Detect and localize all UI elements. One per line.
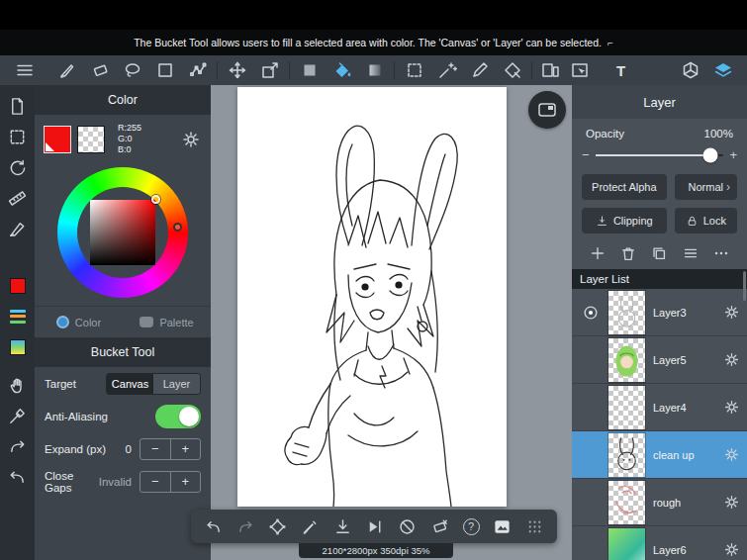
layer-settings-button[interactable] — [715, 351, 747, 368]
next-frame-icon[interactable] — [365, 517, 384, 536]
tab-color[interactable]: Color — [35, 307, 123, 337]
rgb-b: B:0 — [118, 144, 173, 155]
target-segmented-control: Canvas Layer — [106, 373, 201, 395]
redo-icon[interactable] — [236, 517, 255, 536]
close-gaps-plus-button[interactable]: + — [171, 472, 201, 492]
expand-minus-button[interactable]: − — [140, 439, 170, 459]
polyline-tool-button[interactable] — [181, 55, 214, 85]
magic-wand-button[interactable] — [430, 55, 463, 85]
gradient-tool-button[interactable] — [358, 55, 391, 85]
color-panel-header: Color — [35, 85, 211, 115]
new-file-button[interactable] — [0, 91, 35, 122]
blend-mode-button[interactable]: Normal› — [675, 174, 737, 200]
drag-handle-icon[interactable] — [525, 517, 544, 536]
canvas-size-text: 2100*2800px 350dpi 35% — [323, 545, 430, 556]
layer-row-layer5[interactable]: Layer5 — [572, 336, 747, 384]
ruler-button[interactable] — [0, 183, 35, 214]
opacity-plus-button[interactable]: + — [729, 147, 737, 162]
reset-view-button[interactable] — [0, 152, 35, 183]
menu-button[interactable] — [8, 55, 41, 85]
undo-icon[interactable] — [204, 517, 223, 536]
shape-tool-button[interactable] — [148, 55, 181, 85]
layer-row-layer3[interactable]: Layer3 — [572, 289, 747, 336]
split-view-button[interactable] — [535, 55, 565, 85]
delete-layer-icon[interactable] — [619, 244, 637, 262]
draw-disabled-icon[interactable] — [398, 517, 417, 536]
lasso-tool-button[interactable] — [116, 55, 148, 85]
layer-row-layer6[interactable]: Layer6 — [572, 526, 747, 560]
duplicate-layer-icon[interactable] — [650, 244, 668, 262]
hue-marker[interactable] — [173, 223, 182, 232]
marquee-select-button[interactable] — [398, 55, 430, 85]
material-brush-button[interactable] — [0, 214, 35, 244]
window-select-button[interactable] — [565, 55, 595, 85]
tab-palette[interactable]: Palette — [123, 307, 211, 337]
transform-tool-button[interactable] — [253, 55, 286, 85]
lock-button[interactable]: Lock — [675, 208, 737, 233]
layer-row-layer4[interactable]: Layer4 — [572, 384, 747, 431]
canvas-document[interactable] — [237, 87, 507, 507]
expand-plus-button[interactable]: + — [171, 439, 201, 459]
more-options-icon[interactable] — [712, 244, 730, 262]
opacity-minus-button[interactable]: − — [582, 147, 590, 162]
canvas-area[interactable] — [211, 85, 572, 560]
bucket-tool-button[interactable] — [326, 55, 358, 85]
target-canvas-option[interactable]: Canvas — [107, 374, 153, 394]
sv-marker[interactable] — [151, 195, 160, 204]
rgb-readout: R:255 G:0 B:0 — [112, 123, 173, 155]
transform-handles-icon[interactable] — [268, 517, 287, 536]
anti-aliasing-toggle[interactable] — [155, 405, 201, 428]
app-window: The Bucket Tool allows users to fill a s… — [0, 0, 747, 560]
text-tool-button[interactable]: T — [605, 55, 637, 85]
layer-list-scrollbar[interactable] — [743, 271, 746, 301]
import-image-icon[interactable] — [333, 517, 352, 536]
clipping-button[interactable]: Clipping — [582, 208, 667, 233]
select-eraser-button[interactable] — [496, 55, 528, 85]
material-panel-button[interactable] — [674, 55, 706, 85]
layer-panel-button[interactable] — [706, 55, 739, 85]
pen-icon[interactable] — [301, 517, 320, 536]
gradient-set-button[interactable] — [0, 331, 35, 362]
left-panel-column: Color R:255 G:0 B:0 Color Palette — [35, 85, 211, 560]
select-pen-button[interactable] — [463, 55, 496, 85]
canvas-preview-button[interactable] — [528, 91, 566, 129]
target-layer-option[interactable]: Layer — [153, 374, 200, 394]
layer-list-view-icon[interactable] — [682, 244, 700, 262]
current-color-button[interactable] — [0, 270, 35, 301]
saturation-value-square[interactable] — [90, 200, 155, 265]
color-settings-gear-icon[interactable] — [181, 130, 201, 149]
color-wheel[interactable] — [57, 167, 188, 298]
gradient-swatch-icon — [10, 339, 26, 355]
help-button[interactable]: ? — [463, 518, 480, 535]
foreground-color-swatch[interactable] — [45, 127, 70, 152]
undo-button[interactable] — [0, 462, 35, 493]
protect-alpha-button[interactable]: Protect Alpha — [582, 174, 667, 200]
layer-settings-button[interactable] — [715, 446, 747, 463]
background-color-swatch[interactable] — [78, 127, 104, 152]
notification-dismiss-icon[interactable]: ⌐ — [607, 38, 613, 48]
clear-layer-icon[interactable] — [430, 517, 449, 536]
layer-settings-button[interactable] — [715, 399, 747, 416]
move-tool-button[interactable] — [221, 55, 253, 85]
eyedropper-button[interactable] — [0, 401, 35, 431]
hand-tool-button[interactable] — [0, 370, 35, 401]
select-area-button[interactable] — [0, 122, 35, 152]
add-layer-icon[interactable] — [589, 244, 607, 262]
brush-tool-button[interactable] — [50, 55, 83, 85]
layer-visibility-toggle[interactable] — [572, 304, 608, 322]
opacity-slider[interactable] — [596, 154, 724, 156]
opacity-slider-knob[interactable] — [703, 147, 718, 162]
color-set-button[interactable] — [0, 301, 35, 331]
opacity-row: Opacity 100% — [572, 119, 747, 141]
layer-settings-button[interactable] — [715, 541, 747, 558]
redo-button[interactable] — [0, 431, 35, 462]
reference-image-icon[interactable] — [493, 517, 512, 536]
anti-aliasing-row: Anti-Aliasing — [35, 400, 211, 432]
layer-row-rough[interactable]: rough — [572, 479, 747, 526]
layer-settings-button[interactable] — [715, 494, 747, 511]
fill-shape-button[interactable] — [293, 55, 326, 85]
eraser-tool-button[interactable] — [83, 55, 116, 85]
close-gaps-minus-button[interactable]: − — [140, 472, 170, 492]
layer-row-clean-up[interactable]: clean up — [572, 431, 747, 479]
layer-settings-button[interactable] — [715, 304, 747, 321]
